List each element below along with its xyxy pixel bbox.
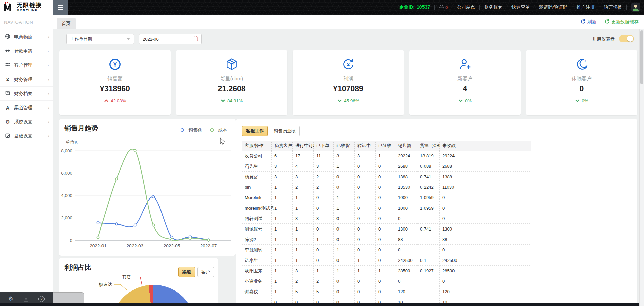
table-cell: 0 [334,276,355,286]
sidebar-item-0[interactable]: 电商物流 ‹ [0,30,53,44]
table-cell: 0 [355,234,376,245]
column-header[interactable]: 未收款 [440,141,531,151]
table-cell: 0 [376,276,395,286]
table-row[interactable]: 收货公司617113312922418.81929224 [242,151,531,161]
chevron-left-icon: ‹ [48,105,49,110]
topbar-menu-item[interactable]: 语言切换 [604,4,622,10]
add-user-icon [458,57,472,71]
payment-icon [4,48,11,54]
table-row[interactable]: morelink测试号11010010001.09590 [242,203,531,213]
column-header[interactable]: 负责客户 [272,141,293,151]
scrollbar-thumb[interactable] [640,30,643,84]
table-tab-0[interactable]: 客服工作 [242,126,268,136]
download-icon[interactable] [23,296,29,302]
column-header[interactable]: 已下单 [314,141,334,151]
sidebar-item-4[interactable]: 财务档案 ‹ [0,86,53,100]
table-row[interactable]: 欧阳卫东131111285000.192728500 [242,266,531,276]
sidebar-item-5[interactable]: A 渠道管理 ‹ [0,100,53,115]
update-cache-button[interactable]: 更新数据缓存 [605,19,639,25]
sidebar-item-3[interactable]: ¥ 财务管理 ‹ [0,72,53,86]
sidebar-item-2[interactable]: 客户管理 ‹ [0,58,53,72]
kpi-card-3: 新客户 4 0% [409,50,521,115]
table-row[interactable]: 冯先生34310026880.0882688 [242,161,531,172]
svg-text:6,000: 6,000 [61,171,72,176]
topbar-menu-item[interactable]: 推广注册 [577,4,595,10]
help-icon[interactable]: ? [38,296,45,302]
legend-item-0[interactable]: 销售额 [178,127,202,133]
column-header[interactable]: 已收货 [334,141,355,151]
table-row[interactable]: 陈源21110008888 [242,234,531,245]
table-cell: 28500 [440,266,531,276]
date-input[interactable]: 2022-06 [139,34,202,44]
topbar-menu-item[interactable]: 财务账套 [484,4,502,10]
table-row[interactable]: 小谢业务12200000 [242,276,531,286]
dashboard-toggle[interactable] [619,35,634,42]
table-cell: 5 [314,286,334,297]
table-cell: 0 [376,286,395,297]
sidebar-item-7[interactable]: 基础设置 ‹ [0,129,53,143]
pie-filter-button-0[interactable]: 渠道 [178,267,195,277]
table-cell: 1 [355,266,376,276]
pie-filter-button-1[interactable]: 客户 [197,267,214,277]
table-row[interactable]: 杨竟富33200013880.7411388 [242,172,531,182]
table-cell: 1 [272,192,293,203]
table-row[interactable]: bin122000135300.224211030 [242,182,531,192]
table-tab-1[interactable]: 销售员业绩 [270,126,300,136]
kpi-card-1: 货量(cbm) 21.2608 84.91% [176,50,287,115]
column-header[interactable]: 进行中订单 [293,141,314,151]
gear-icon[interactable]: ⚙ [8,295,13,302]
column-header[interactable]: 销售额 [395,141,417,151]
sidebar-item-6[interactable]: ⚙ 系统设置 ‹ [0,115,53,129]
column-header[interactable]: 已签收 [376,141,395,151]
table-cell: 0 [334,286,355,297]
date-type-select[interactable]: 工作单日期 [66,34,134,44]
sales-trend-chart[interactable]: 02,0004,0006,0008,0002022-012022-032022-… [60,138,234,252]
table-cell: 0.741 [417,172,440,182]
svg-text:2022-03: 2022-03 [126,243,143,248]
table-row[interactable]: 测试账号11000013000.7411300 [242,224,531,234]
notifications-button[interactable]: 0 [439,4,448,11]
column-header[interactable]: 转运中 [355,141,376,151]
refresh-button[interactable]: 刷新 [581,19,596,25]
table-cell: 0 [355,224,376,234]
menu-separator [434,5,435,10]
table-cell [417,234,440,245]
sales-trend-card: 销售月趋势 销售额 成本 单位K 02,0004,0006,0008,00020… [59,119,236,256]
table-cell: 120 [440,286,531,297]
tab-home[interactable]: 首页 [57,18,76,29]
svg-text:¥: ¥ [347,62,350,67]
sidebar-item-label: 渠道管理 [14,105,32,111]
table-cell: 0 [355,182,376,192]
table-row[interactable]: 阿轩测试13300000 [242,213,531,224]
sidebar-item-label: 电商物流 [14,34,32,40]
logo[interactable]: 无限链接 MORELINK [0,0,53,15]
table-row[interactable]: 谢嘉仪155000120120 [242,286,531,297]
table-cell: 1 [293,192,314,203]
sidebar-item-label: 客户管理 [14,62,32,68]
topbar-menu-item[interactable]: 公司站点 [457,4,475,10]
page-scrollbar[interactable] [639,29,644,306]
menu-separator [452,5,452,10]
kpi-trend: 0% [458,98,472,103]
book-icon [4,91,11,96]
table-row[interactable]: Morelink11010010001.09590 [242,192,531,203]
table-cell: 0 [395,245,417,255]
kpi-label: 销售额 [108,75,123,82]
topbar: 无限链接 MORELINK 企业ID:10537 0 公司站点财务账套快速查单邀… [0,0,644,15]
table-cell: 1300 [395,224,417,234]
legend-item-1[interactable]: 成本 [208,127,227,133]
table-cell: 242500 [440,255,531,266]
column-header[interactable]: 客服/操作 [242,141,272,151]
topbar-menu-item[interactable]: 邀请码/验证码 [539,4,567,10]
table-cell: 1 [293,245,314,255]
user-avatar-icon[interactable] [631,3,640,12]
table-row[interactable]: 诺小生1100102425000.1242500 [242,255,531,266]
column-header[interactable]: 货量（CBM） [417,141,440,151]
table-row[interactable]: 李源测试11010000 [242,245,531,255]
sidebar-toggle-button[interactable] [53,0,68,15]
table-cell: 诺小生 [242,255,272,266]
table-cell: 0 [376,203,395,213]
topbar-menu-item[interactable]: 快速查单 [511,4,530,10]
sidebar-item-1[interactable]: 付款申请 ‹ [0,44,53,58]
kpi-label: 货量(cbm) [220,75,243,82]
